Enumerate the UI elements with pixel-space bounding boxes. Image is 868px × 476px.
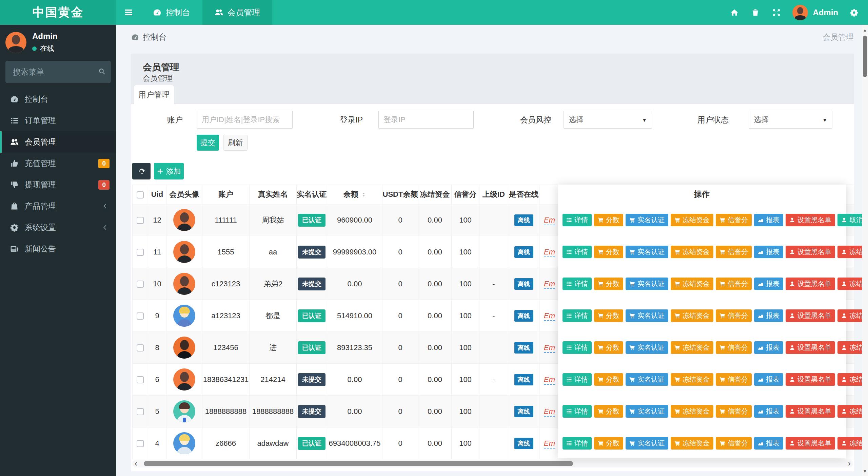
- blacklist-button[interactable]: 设置黑名单: [786, 246, 835, 258]
- score-button[interactable]: 分数: [594, 341, 623, 354]
- report-button[interactable]: 报表: [754, 309, 783, 322]
- blacklist-button[interactable]: 设置黑名单: [786, 373, 835, 386]
- user-status-select[interactable]: 选择 ▼: [749, 111, 832, 129]
- score-button[interactable]: 分数: [594, 373, 623, 386]
- credit-button[interactable]: 信誉分: [716, 246, 752, 258]
- realname-button[interactable]: 实名认证: [626, 437, 668, 450]
- realname-button[interactable]: 实名认证: [626, 373, 668, 386]
- sidebar-item-8[interactable]: 新闻公告: [0, 238, 116, 260]
- detail-button[interactable]: 详情: [563, 246, 592, 258]
- nav-item-2[interactable]: 会员管理: [202, 0, 272, 25]
- freeze-funds-button[interactable]: 冻结资金: [671, 437, 713, 450]
- remark-link[interactable]: Em: [544, 407, 555, 417]
- score-button[interactable]: 分数: [594, 214, 623, 226]
- user-menu[interactable]: Admin: [787, 5, 844, 20]
- settings-button[interactable]: [844, 0, 865, 25]
- vertical-scrollbar[interactable]: ▲ ▼: [862, 25, 868, 476]
- report-button[interactable]: 报表: [754, 437, 783, 450]
- detail-button[interactable]: 详情: [563, 214, 592, 226]
- realname-button[interactable]: 实名认证: [626, 246, 668, 258]
- freeze-funds-button[interactable]: 冻结资金: [671, 341, 713, 354]
- remark-link[interactable]: Em: [544, 439, 555, 449]
- detail-button[interactable]: 详情: [563, 373, 592, 386]
- score-button[interactable]: 分数: [594, 405, 623, 418]
- realname-button[interactable]: 实名认证: [626, 309, 668, 322]
- report-button[interactable]: 报表: [754, 341, 783, 354]
- blacklist-button[interactable]: 设置黑名单: [786, 405, 835, 418]
- reload-table-button[interactable]: [132, 163, 151, 179]
- sidebar-item-1[interactable]: 控制台: [0, 89, 116, 110]
- sidebar-item-4[interactable]: 充值管理0: [0, 153, 116, 174]
- submit-button[interactable]: 提交: [197, 135, 219, 151]
- score-button[interactable]: 分数: [594, 278, 623, 290]
- row-checkbox[interactable]: [137, 408, 144, 415]
- remark-link[interactable]: Em: [544, 375, 555, 385]
- realname-button[interactable]: 实名认证: [626, 278, 668, 290]
- scroll-right-arrow[interactable]: ›: [846, 460, 852, 468]
- freeze-funds-button[interactable]: 冻结资金: [671, 405, 713, 418]
- score-button[interactable]: 分数: [594, 437, 623, 450]
- scroll-up-arrow[interactable]: ▲: [862, 27, 868, 34]
- detail-button[interactable]: 详情: [563, 405, 592, 418]
- fullscreen-button[interactable]: [766, 0, 787, 25]
- blacklist-button[interactable]: 设置黑名单: [786, 437, 835, 450]
- credit-button[interactable]: 信誉分: [716, 278, 752, 290]
- detail-button[interactable]: 详情: [563, 278, 592, 290]
- credit-button[interactable]: 信誉分: [716, 309, 752, 322]
- freeze-funds-button[interactable]: 冻结资金: [671, 309, 713, 322]
- blacklist-button[interactable]: 设置黑名单: [786, 278, 835, 290]
- search-input[interactable]: [5, 61, 111, 83]
- nav-item-1[interactable]: 控制台: [141, 0, 202, 25]
- row-checkbox[interactable]: [137, 249, 144, 256]
- remark-link[interactable]: Em: [544, 248, 555, 257]
- score-button[interactable]: 分数: [594, 246, 623, 258]
- tab-user-management[interactable]: 用户管理: [134, 85, 174, 104]
- remark-link[interactable]: Em: [544, 216, 555, 225]
- column-header[interactable]: 余额: [327, 185, 382, 204]
- horizontal-scrollbar[interactable]: ‹ ›: [132, 460, 853, 468]
- blacklist-button[interactable]: 设置黑名单: [786, 214, 835, 226]
- realname-button[interactable]: 实名认证: [626, 341, 668, 354]
- freeze-funds-button[interactable]: 冻结资金: [671, 373, 713, 386]
- sidebar-item-5[interactable]: 提现管理0: [0, 174, 116, 195]
- sidebar-item-7[interactable]: 系统设置: [0, 217, 116, 238]
- blacklist-button[interactable]: 设置黑名单: [786, 309, 835, 322]
- credit-button[interactable]: 信誉分: [716, 214, 752, 226]
- vertical-scrollbar-thumb[interactable]: [863, 36, 867, 77]
- credit-button[interactable]: 信誉分: [716, 437, 752, 450]
- sidebar-item-3[interactable]: 会员管理: [0, 131, 116, 153]
- breadcrumb-current[interactable]: 控制台: [143, 32, 166, 42]
- detail-button[interactable]: 详情: [563, 341, 592, 354]
- freeze-funds-button[interactable]: 冻结资金: [671, 214, 713, 226]
- home-button[interactable]: [724, 0, 745, 25]
- scroll-down-arrow[interactable]: ▼: [862, 468, 868, 475]
- risk-select[interactable]: 选择 ▼: [564, 111, 652, 129]
- select-all-checkbox[interactable]: [137, 191, 144, 198]
- horizontal-scrollbar-thumb[interactable]: [144, 461, 573, 466]
- detail-button[interactable]: 详情: [563, 437, 592, 450]
- row-checkbox[interactable]: [137, 440, 144, 447]
- blacklist-button[interactable]: 设置黑名单: [786, 341, 835, 354]
- sidebar-item-6[interactable]: 产品管理: [0, 195, 116, 217]
- realname-button[interactable]: 实名认证: [626, 214, 668, 226]
- row-checkbox[interactable]: [137, 312, 144, 320]
- credit-button[interactable]: 信誉分: [716, 373, 752, 386]
- search-submit-button[interactable]: [98, 68, 106, 77]
- freeze-funds-button[interactable]: 冻结资金: [671, 246, 713, 258]
- credit-button[interactable]: 信誉分: [716, 405, 752, 418]
- report-button[interactable]: 报表: [754, 373, 783, 386]
- scroll-left-arrow[interactable]: ‹: [133, 460, 139, 468]
- remark-link[interactable]: Em: [544, 280, 555, 289]
- realname-button[interactable]: 实名认证: [626, 405, 668, 418]
- row-checkbox[interactable]: [137, 217, 144, 224]
- row-checkbox[interactable]: [137, 376, 144, 383]
- remark-link[interactable]: Em: [544, 311, 555, 321]
- row-checkbox[interactable]: [137, 344, 144, 351]
- add-user-button[interactable]: 添加: [154, 163, 184, 179]
- login-ip-input[interactable]: [378, 111, 474, 129]
- account-input[interactable]: [197, 111, 293, 129]
- report-button[interactable]: 报表: [754, 405, 783, 418]
- refresh-button[interactable]: 刷新: [223, 135, 248, 151]
- sidebar-toggle-button[interactable]: [116, 0, 141, 25]
- report-button[interactable]: 报表: [754, 214, 783, 226]
